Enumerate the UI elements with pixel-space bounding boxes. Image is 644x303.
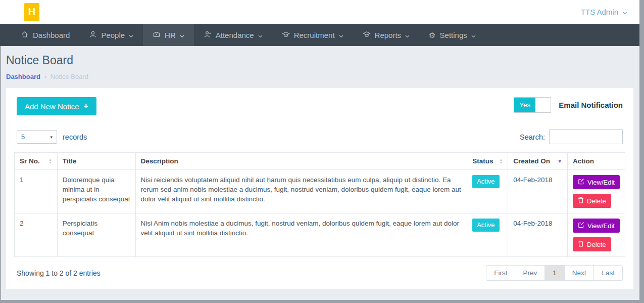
pagination-next-button[interactable]: Next	[564, 265, 595, 281]
notices-table: Sr No. ▲▼ Title Description Status ▲▼	[14, 152, 625, 257]
chevron-down-icon	[405, 31, 410, 39]
delete-button[interactable]: Delete	[573, 194, 611, 208]
cell-description: Nisi Anim nobis molestiae a ducimus, fug…	[135, 213, 467, 257]
toggle-on-label: Yes	[514, 98, 535, 112]
topbar: H TTS Admin	[0, 0, 639, 24]
breadcrumb-current: Notice Board	[51, 73, 88, 80]
nav-item-label: Dashboard	[33, 31, 70, 39]
add-new-notice-label: Add New Notice	[25, 102, 79, 111]
table-footer: Showing 1 to 2 of 2 entries First Prev 1…	[14, 265, 625, 281]
table-row: 1 Doloremque quia minima ut in perspicia…	[15, 170, 625, 213]
chevron-down-icon	[339, 31, 343, 39]
nav-item-label: Recruitment	[294, 31, 335, 39]
table-row: 2 Perspiciatis consequat Nisi Anim nobis…	[15, 213, 625, 257]
nav-item-label: HR	[165, 31, 176, 39]
pagination-last-button[interactable]: Last	[593, 265, 623, 281]
nav-item-people[interactable]: People	[79, 24, 143, 46]
app-logo[interactable]: H	[24, 3, 39, 21]
gear-icon: ⚙	[429, 31, 435, 39]
cell-status: Active	[467, 170, 508, 213]
cell-title: Doloremque quia minima ut in perspiciati…	[57, 170, 135, 213]
breadcrumb-dashboard-link[interactable]: Dashboard	[6, 73, 40, 80]
view-edit-label: View/Edit	[587, 222, 615, 230]
status-badge: Active	[472, 219, 499, 232]
pagination-page-1-button[interactable]: 1	[544, 265, 565, 281]
delete-label: Delete	[587, 241, 606, 248]
nav-item-attendance[interactable]: Attendance	[194, 24, 272, 46]
column-header-sr-no[interactable]: Sr No. ▲▼	[15, 153, 58, 170]
cell-sr-no: 2	[15, 213, 58, 257]
chevron-down-icon	[129, 31, 133, 39]
edit-icon	[578, 222, 584, 230]
records-label: records	[63, 133, 87, 141]
cell-description: Nisi reiciendis voluptatem aliquid nihil…	[135, 170, 467, 213]
nav-item-label: People	[101, 31, 125, 39]
cell-action: View/Edit Delete	[568, 213, 625, 257]
pagination: First Prev 1 Next Last	[486, 265, 623, 281]
plus-icon: +	[84, 102, 88, 111]
search-input[interactable]	[549, 129, 623, 144]
trash-icon	[578, 197, 584, 205]
status-badge: Active	[472, 175, 499, 188]
cell-created-on: 04-Feb-2018	[508, 213, 568, 257]
nav-item-hr[interactable]: HR	[143, 24, 194, 46]
chevron-down-icon	[180, 31, 184, 39]
person-icon	[89, 30, 97, 40]
column-header-action: Action	[568, 153, 625, 170]
chevron-down-icon	[258, 31, 263, 39]
table-header-row: Sr No. ▲▼ Title Description Status ▲▼	[15, 153, 625, 170]
delete-label: Delete	[587, 197, 606, 205]
sort-desc-icon: ▼	[557, 159, 562, 164]
notice-board-card: Add New Notice + Yes Email Notification …	[6, 88, 633, 289]
edit-icon	[578, 178, 584, 186]
column-header-created-on[interactable]: Created On ▼	[508, 153, 568, 170]
nav-item-recruitment[interactable]: Recruitment	[272, 24, 353, 46]
view-edit-label: View/Edit	[587, 179, 615, 186]
breadcrumb-separator-icon: •	[44, 74, 46, 80]
breadcrumb: Dashboard • Notice Board	[6, 73, 633, 80]
delete-button[interactable]: Delete	[573, 237, 611, 251]
chevron-down-icon	[471, 31, 476, 39]
cell-status: Active	[467, 213, 508, 257]
nav-item-settings[interactable]: ⚙ Settings	[419, 24, 485, 46]
sort-icon: ▲▼	[499, 158, 503, 164]
column-label: Sr No.	[20, 157, 40, 165]
add-new-notice-button[interactable]: Add New Notice +	[17, 97, 96, 115]
email-notification-toggle[interactable]: Yes	[514, 97, 551, 113]
nav-item-reports[interactable]: Reports	[353, 24, 420, 46]
nav-item-label: Settings	[440, 31, 467, 39]
search-label: Search:	[520, 133, 545, 141]
view-edit-button[interactable]: View/Edit	[573, 175, 620, 189]
cell-sr-no: 1	[15, 170, 58, 213]
pagination-first-button[interactable]: First	[486, 265, 515, 281]
cell-action: View/Edit Delete	[568, 170, 625, 213]
home-icon	[21, 30, 29, 40]
cell-title: Perspiciatis consequat	[57, 213, 135, 257]
toggle-off-half	[535, 98, 551, 112]
records-per-page-select[interactable]: 5 ▾	[17, 130, 57, 144]
nav-item-label: Attendance	[216, 31, 254, 39]
trash-icon	[578, 240, 584, 248]
chevron-down-icon	[622, 8, 627, 16]
window-left-border	[0, 46, 1, 303]
page-title: Notice Board	[6, 54, 633, 67]
nav-item-label: Reports	[375, 31, 402, 39]
view-edit-button[interactable]: View/Edit	[573, 219, 620, 233]
horizontal-scrollbar[interactable]	[0, 300, 644, 303]
graduation-cap-icon	[282, 30, 290, 40]
cell-created-on: 04-Feb-2018	[508, 170, 568, 213]
user-menu[interactable]: TTS Admin	[581, 8, 627, 16]
showing-entries-text: Showing 1 to 2 of 2 entries	[17, 269, 101, 277]
briefcase-icon	[153, 30, 161, 40]
column-label: Status	[472, 157, 493, 165]
column-header-description: Description	[135, 153, 467, 170]
select-caret-icon: ▾	[50, 135, 53, 140]
vertical-scrollbar[interactable]	[639, 0, 644, 303]
user-menu-label: TTS Admin	[581, 8, 618, 16]
person-check-icon	[204, 30, 212, 40]
reports-icon	[363, 30, 371, 40]
column-header-status[interactable]: Status ▲▼	[467, 153, 508, 170]
toolbar: Add New Notice + Yes Email Notification	[14, 97, 625, 115]
nav-item-dashboard[interactable]: Dashboard	[11, 24, 79, 46]
pagination-prev-button[interactable]: Prev	[515, 265, 545, 281]
